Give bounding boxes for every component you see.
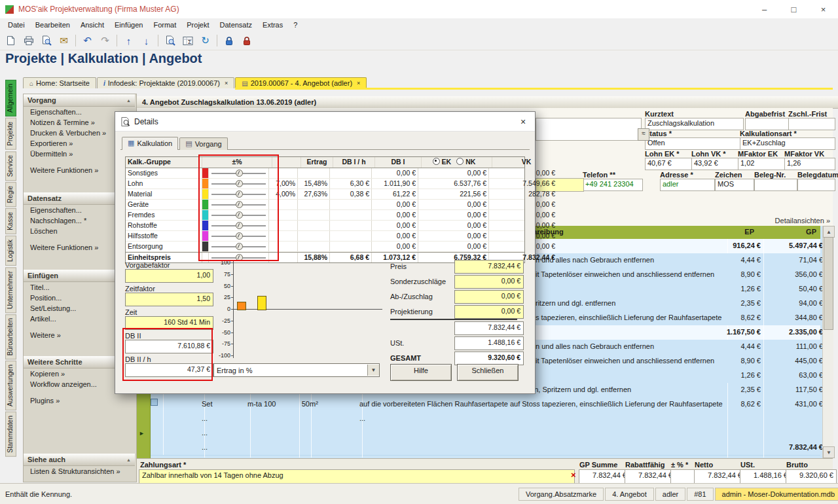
radio-ek-icon[interactable] <box>433 158 440 165</box>
sidebar-item-listen-strukturansichten[interactable]: Listen & Strukturansichten » <box>24 466 135 477</box>
field-beleg_nr[interactable] <box>754 179 797 191</box>
detailansichten-link[interactable]: Detailansichten » <box>753 217 830 225</box>
total-field-gp-summe[interactable]: 7.832,44 € <box>579 469 630 484</box>
field-adresse[interactable]: adler <box>660 179 715 191</box>
menu-item-extras[interactable]: Extras <box>257 20 288 30</box>
menu-item-datei[interactable]: Datei <box>3 20 30 30</box>
project-red-icon[interactable] <box>238 33 255 48</box>
calc-row-ger-te[interactable]: Geräte0,00 €0,00 €0,00 € <box>126 200 524 210</box>
formula-button[interactable]: ≈ <box>638 128 649 141</box>
summary-field-preis[interactable]: 7.832,44 € <box>454 260 524 274</box>
scroll-up-icon[interactable]: ▲ <box>823 226 835 238</box>
sidebar-section-header[interactable]: Vorgang▲ <box>24 94 135 107</box>
red-x-icon[interactable]: × <box>571 470 576 480</box>
move-down-icon[interactable]: ↓ <box>137 33 155 48</box>
field-telefon[interactable]: +49 241 23304 <box>583 179 643 191</box>
dialog-tab-vorgang[interactable]: ▤Vorgang <box>179 137 227 150</box>
new-document-icon[interactable] <box>2 33 20 48</box>
workspace-tab-stammdaten[interactable]: Stammdaten <box>5 412 16 457</box>
print-icon[interactable] <box>20 33 37 48</box>
total-field-netto[interactable]: 7.832,44 € <box>694 469 745 484</box>
dialog-close-icon[interactable]: × <box>511 117 535 127</box>
schlie-en-button[interactable]: Schließen <box>457 364 519 381</box>
refresh-icon[interactable]: ↻ <box>196 33 214 48</box>
field-partial-left[interactable] <box>536 118 642 141</box>
field-mfaktor_vk[interactable]: 1,26 <box>784 158 835 170</box>
minimize-button[interactable]: – <box>750 0 779 18</box>
chart-metric-dropdown[interactable]: Ertrag in % ▼ <box>213 363 380 377</box>
table-row[interactable]: ►... <box>137 426 820 441</box>
print-preview-icon[interactable] <box>37 33 55 48</box>
workspace-tab-auswertungen[interactable]: Auswertungen <box>5 361 16 410</box>
dialog-tab-kalkulation[interactable]: ▦Kalkulation <box>122 137 178 150</box>
workspace-tab-logistik[interactable]: Logistik <box>5 236 16 266</box>
field-kalkulationsart[interactable]: EK+Zuschlag <box>740 137 835 150</box>
calc-row-lohn[interactable]: Lohn7,00%15,48%6,30 €1.011,90 €6.537,76 … <box>126 179 524 189</box>
workspace-tab-unternehmer[interactable]: Unternehmer <box>5 267 16 313</box>
sidebar-item-plugins[interactable]: Plugins » <box>24 395 135 406</box>
summary-field-sonderzuschl-ge[interactable]: 0,00 € <box>454 275 524 289</box>
workspace-tab-regie[interactable]: Regie <box>5 182 16 207</box>
field-lohn_ek[interactable]: 40,67 € <box>645 158 693 170</box>
table-row[interactable]: ...... <box>137 412 820 427</box>
maximize-button[interactable]: □ <box>779 0 809 18</box>
calc-row-hilfsstoffe[interactable]: Hilfsstoffe0,00 €0,00 €0,00 € <box>126 231 524 242</box>
calc-row-fremdes[interactable]: Fremdes0,00 €0,00 €0,00 € <box>126 210 524 221</box>
redo-icon[interactable]: ↷ <box>96 33 114 48</box>
calc-row-rohstoffe[interactable]: Rohstoffe0,00 €0,00 €0,00 € <box>126 221 524 231</box>
close-button[interactable]: × <box>809 0 838 18</box>
workspace-tab-b-roarbeiten[interactable]: Büroarbeiten <box>5 314 16 359</box>
menu-item-format[interactable]: Format <box>148 20 181 30</box>
menu-item-einf-gen[interactable]: Einfügen <box>109 20 148 30</box>
total-field-rabattf-hig[interactable]: 7.832,44 € <box>625 469 676 484</box>
menu-item-ansicht[interactable]: Ansicht <box>75 20 109 30</box>
zahlungsart-field[interactable]: Zahlbar innerhalb von 14 Tagen ohne Abzu… <box>139 469 575 484</box>
factor-field-vorgabefaktor[interactable]: 1,00 <box>125 269 213 283</box>
field-status[interactable]: Offen <box>645 137 742 150</box>
field-kurztext[interactable]: Zuschlagskalkulation <box>645 118 744 130</box>
scrollbar-thumb[interactable] <box>824 237 833 330</box>
field-abgabefrist[interactable] <box>745 118 791 130</box>
tab-infodesk-projektakte-2019-00067[interactable]: iInfodesk: Projektakte (2019.00067)× <box>97 77 234 88</box>
tab-2019-00067-4-angebot-adler[interactable]: ▤2019.00067 - 4. Angebot (adler)× <box>235 77 367 88</box>
field-zeichen[interactable]: MOS <box>715 179 754 191</box>
close-tab-icon[interactable]: × <box>357 80 360 86</box>
field-belegdatum[interactable] <box>797 179 835 191</box>
radio-nk[interactable]: NK <box>456 158 475 166</box>
sum-table-icon[interactable]: Σ <box>179 33 196 48</box>
column-header-ep[interactable]: EP <box>722 228 754 239</box>
calc-row-material[interactable]: Material4,00%27,63%0,38 €61,22 €221,56 €… <box>126 189 524 200</box>
menu-item-datensatz[interactable]: Datensatz <box>215 20 258 30</box>
move-up-icon[interactable]: ↑ <box>120 33 137 48</box>
undo-icon[interactable]: ↶ <box>79 33 96 48</box>
chevron-down-icon[interactable]: ▼ <box>367 365 379 376</box>
summary-field-projektierung[interactable]: 0,00 € <box>454 305 524 319</box>
total-field-ust[interactable]: 1.488,16 € <box>740 469 791 484</box>
email-icon[interactable]: ✉ <box>55 33 73 48</box>
summary-field-gesamt[interactable]: 9.320,60 € <box>454 351 524 365</box>
hilfe-button[interactable]: Hilfe <box>390 364 452 381</box>
table-row[interactable]: ...7.832,44 € <box>137 441 820 456</box>
workspace-tab-service[interactable]: Service <box>5 151 16 181</box>
calc-row-sonstiges[interactable]: Sonstiges0,00 €0,00 €0,00 € <box>126 168 524 179</box>
workspace-tab-projekte[interactable]: Projekte <box>5 118 16 150</box>
menu-item-bearbeiten[interactable]: Bearbeiten <box>30 20 75 30</box>
total-field-brutto[interactable]: 9.320,60 € <box>786 469 837 484</box>
menu-item-item[interactable]: ? <box>288 20 302 30</box>
column-header-gp[interactable]: GP <box>758 228 816 239</box>
factor-field-zeitfaktor[interactable]: 1,50 <box>125 293 213 306</box>
radio-ek[interactable]: EK <box>433 158 452 166</box>
project-blue-icon[interactable] <box>220 33 238 48</box>
summary-field-zwischensumme[interactable]: 7.832,44 € <box>454 321 524 335</box>
close-tab-icon[interactable]: × <box>225 80 228 86</box>
table-row[interactable]: Setm-ta 10050m²auf die vorbereiteten Flä… <box>137 397 820 412</box>
summary-field-ab-zuschlag[interactable]: 0,00 € <box>454 290 524 304</box>
tab-home-startseite[interactable]: ⌂Home: Startseite <box>23 77 96 88</box>
field-lohn_vk[interactable]: 43,92 € <box>691 158 740 170</box>
vertical-scrollbar[interactable]: ▲ ▼ <box>822 226 833 458</box>
expander-icon[interactable] <box>151 399 158 406</box>
radio-nk-icon[interactable] <box>456 158 464 165</box>
workspace-tab-allgemein[interactable]: Allgemein <box>5 80 16 117</box>
field-mfaktor_ek[interactable]: 1,02 <box>738 158 786 170</box>
menu-item-projekt[interactable]: Projekt <box>181 20 214 30</box>
